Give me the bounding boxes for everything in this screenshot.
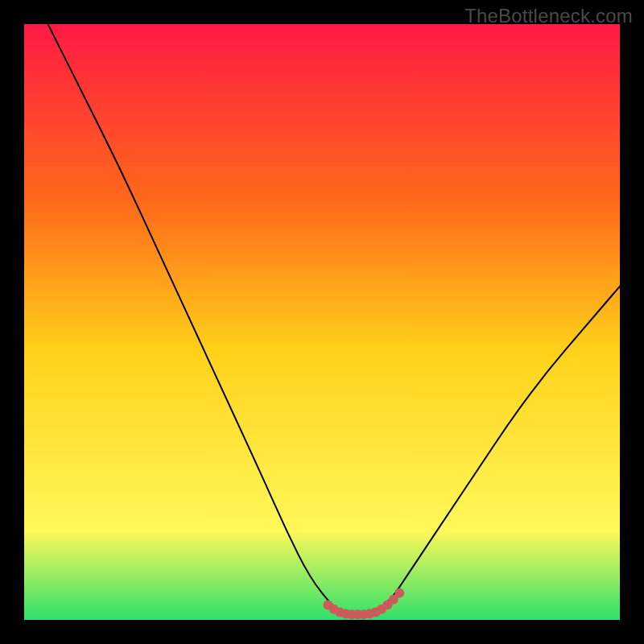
plot-area [24, 24, 620, 620]
valley-dot [394, 588, 404, 598]
watermark-text: TheBottleneck.com [464, 5, 633, 27]
chart-svg [24, 24, 620, 620]
chart-frame: TheBottleneck.com [0, 0, 644, 644]
gradient-background [24, 24, 620, 620]
